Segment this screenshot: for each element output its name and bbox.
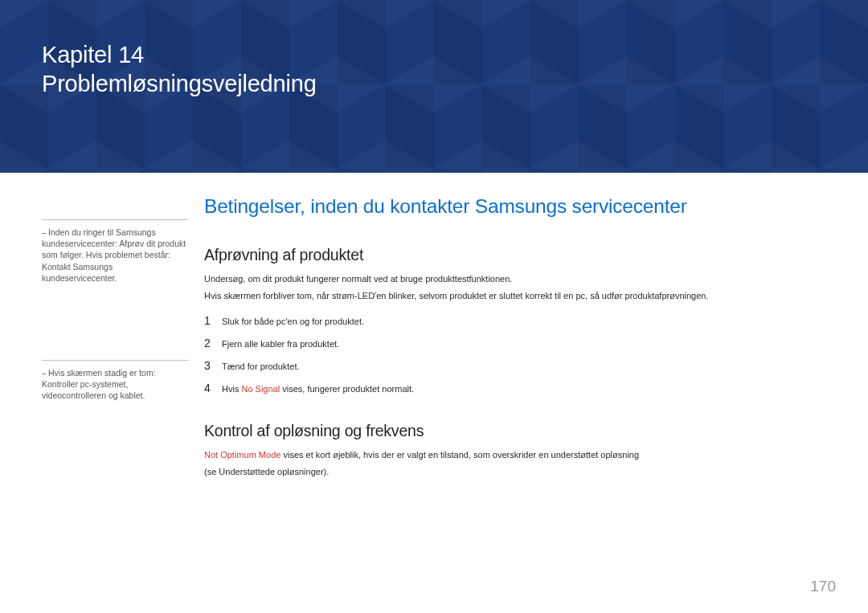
step-row: 1 Sluk for både pc'en og for produktet. [204,309,844,332]
step4-prefix: Hvis [222,384,241,394]
main-content: Betingelser, inden du kontakter Samsungs… [188,195,844,482]
sidenote-2-text: Hvis skærmen stadig er tom: Kontroller p… [42,368,156,400]
step-number: 3 [204,359,222,372]
step-row: 2 Fjern alle kabler fra produktet. [204,332,844,354]
step-row: 3 Tænd for produktet. [204,354,844,377]
step-list: 1 Sluk for både pc'en og for produktet. … [204,309,844,399]
page-body: –Inden du ringer til Samsungs kundeservi… [0,173,868,482]
chapter-header: Kapitel 14 Problemløsningsvejledning [0,0,868,173]
not-optimum-red: Not Optimum Mode [204,450,280,460]
step-number: 1 [204,314,222,327]
resolution-p1: Not Optimum Mode vises et kort øjeblik, … [204,448,844,462]
chapter-title: Problemløsningsvejledning [42,69,868,98]
step-text: Sluk for både pc'en og for produktet. [222,317,364,326]
sidebar: –Inden du ringer til Samsungs kundeservi… [42,195,188,482]
resolution-p1-suffix: vises et kort øjeblik, hvis der er valgt… [280,450,639,460]
step-text: Hvis No Signal vises, fungerer produktet… [222,384,414,394]
step-text: Fjern alle kabler fra produktet. [222,339,339,349]
subheading-testing: Afprøvning af produktet [204,246,844,264]
subheading-resolution: Kontrol af opløsning og frekvens [204,422,844,440]
sidenote-1-text: Inden du ringer til Samsungs kundeservic… [42,227,186,283]
step-number: 2 [204,337,222,349]
testing-p1: Undersøg, om dit produkt fungerer normal… [204,272,844,286]
sidenote-2: –Hvis skærmen stadig er tom: Kontroller … [42,360,188,402]
step-number: 4 [204,382,222,394]
resolution-p2: (se Understøttede opløsninger). [204,465,844,479]
step-row: 4 Hvis No Signal vises, fungerer produkt… [204,377,844,399]
testing-p2: Hvis skærmen forbliver tom, når strøm-LE… [204,289,844,303]
sidenote-1: –Inden du ringer til Samsungs kundeservi… [42,219,188,284]
page-number: 170 [810,578,836,595]
step4-red: No Signal [241,384,280,394]
step4-suffix: vises, fungerer produktet normalt. [280,384,414,394]
chapter-number: Kapitel 14 [42,40,868,69]
section-heading: Betingelser, inden du kontakter Samsungs… [204,195,844,218]
step-text: Tænd for produktet. [222,362,300,371]
